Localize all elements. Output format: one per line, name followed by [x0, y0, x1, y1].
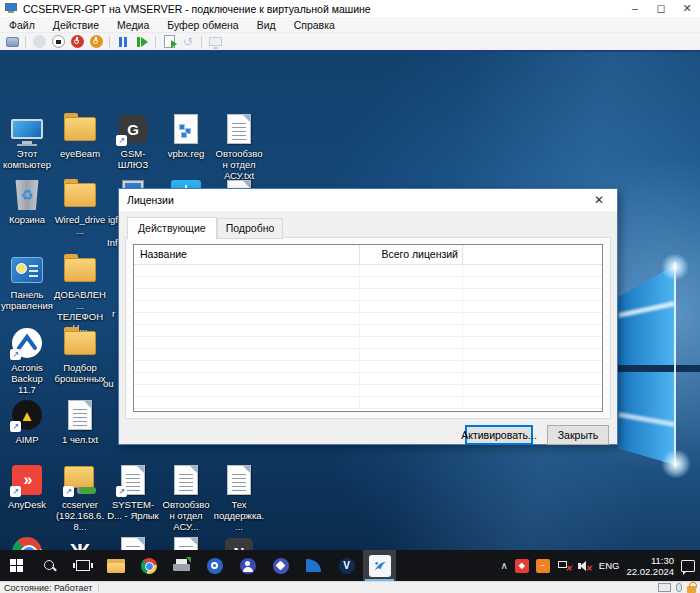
icon-autodial-asu-3-glyph: [168, 535, 204, 550]
table-row[interactable]: [134, 325, 602, 337]
icon-test-txt[interactable]: TEST.txt: [107, 535, 159, 550]
taskbar-explorer-button[interactable]: [99, 550, 132, 581]
dialog-body: ДействующиеПодробно Название Всего лицен…: [119, 211, 617, 444]
icon-autodial-asu-2[interactable]: Овтообзвон отдел АСУ...: [160, 463, 212, 532]
table-row[interactable]: [134, 373, 602, 385]
icon-aimp-glyph: ▲↗: [9, 398, 45, 432]
shut-down-vm-button[interactable]: [69, 35, 85, 49]
icon-anydesk-glyph: »↗: [9, 463, 45, 497]
language-indicator[interactable]: ENG: [599, 560, 620, 571]
dialog-title: Лицензии: [127, 194, 174, 206]
taskbar-search-button[interactable]: [33, 550, 66, 581]
taskbar-shark-fin-app-icon: [306, 559, 321, 572]
taskbar-chrome-button[interactable]: [132, 550, 165, 581]
icon-recycle-bin[interactable]: ♻Корзина: [1, 178, 53, 225]
table-row[interactable]: [134, 349, 602, 361]
taskbar-start-button[interactable]: [0, 550, 33, 581]
icon-gsm-gateway[interactable]: G↗GSM-ШЛЮЗ: [107, 112, 159, 170]
window-titlebar: CCSERVER-GPT на VMSERVER - подключение к…: [0, 0, 700, 17]
icon-aimp[interactable]: ▲↗AIMP: [1, 398, 53, 445]
minimize-button[interactable]: –: [622, 0, 648, 17]
icon-eyebeam-app[interactable]: Ж↗eyeBeam: [54, 535, 106, 550]
callcenter-tray-icon[interactable]: ~: [536, 559, 550, 573]
taskbar-contacts-app-button[interactable]: [231, 550, 264, 581]
icon-autodial-asu-2-glyph: [168, 463, 204, 497]
maximize-button[interactable]: ◻: [648, 0, 674, 17]
table-row[interactable]: [134, 337, 602, 349]
taskbar-clock[interactable]: 11:30 22.02.2024: [626, 555, 674, 577]
icon-control-panel[interactable]: Панель управления: [1, 253, 53, 311]
wallpaper-logo-divider: [618, 365, 700, 372]
table-header-name[interactable]: Название: [134, 245, 360, 264]
taskbar-tag-app-button[interactable]: [264, 550, 297, 581]
network-disconnected-icon[interactable]: ✕: [557, 560, 571, 572]
table-row[interactable]: [134, 277, 602, 289]
dialog-close-icon[interactable]: ✕: [589, 190, 609, 210]
volume-muted-icon[interactable]: ✕: [578, 560, 592, 572]
start-vm-button-icon: [33, 35, 46, 48]
menu-clipboard[interactable]: Буфер обмена: [158, 17, 247, 32]
table-row[interactable]: [134, 301, 602, 313]
tab-active-licenses[interactable]: Действующие: [127, 217, 217, 240]
table-row[interactable]: [134, 265, 602, 277]
icon-acronis-backup[interactable]: ↗Acronis Backup 11.7: [1, 326, 53, 395]
taskbar-task-view-icon: [76, 560, 90, 571]
table-header-empty[interactable]: [463, 245, 602, 264]
icon-podbor-broshennyh-folder[interactable]: Подбор брошенных: [54, 326, 106, 384]
icon-system-d-shortcut[interactable]: ↗SYSTEM-D... - Ярлык: [107, 463, 159, 521]
icon-autodial-asu-3[interactable]: Овтообзвон отдел АСУ...: [160, 535, 212, 550]
resume-vm-button[interactable]: [134, 35, 150, 49]
table-row[interactable]: [134, 313, 602, 325]
taskbar: V ∧ ◆ ~ ✕ ✕ ENG 11:30 22.02.2024: [0, 550, 700, 581]
activate-button[interactable]: Активировать...: [465, 425, 533, 445]
icon-eyebeam-folder[interactable]: eyeBeam: [54, 112, 106, 159]
taskbar-task-view-button[interactable]: [66, 550, 99, 581]
icon-google-chrome[interactable]: ↗Google Chrome: [1, 535, 53, 550]
taskbar-fax-app-button[interactable]: [165, 550, 198, 581]
checkpoint-button[interactable]: [161, 35, 177, 49]
action-center-icon[interactable]: [681, 560, 695, 572]
menu-help[interactable]: Справка: [285, 17, 344, 32]
table-row[interactable]: [134, 397, 602, 409]
ctrl-alt-del-button[interactable]: [4, 35, 20, 49]
dialog-titlebar[interactable]: Лицензии ✕: [119, 189, 617, 211]
menu-view[interactable]: Вид: [248, 17, 285, 32]
icon-vpbx-reg-glyph: [168, 112, 204, 146]
icon-tech-support[interactable]: Тех поддержка....: [213, 463, 265, 532]
icon-this-pc[interactable]: Этот компьютер: [1, 112, 53, 170]
taskbar-licenses-app-icon: [369, 555, 391, 577]
tab-details[interactable]: Подробно: [217, 218, 284, 239]
shortcut-arrow-icon: ↗: [116, 135, 127, 146]
taskbar-shark-fin-app-button[interactable]: [297, 550, 330, 581]
icon-autodial-asu-txt[interactable]: Овтообзвон отдел АСУ.txt: [213, 112, 265, 181]
taskbar-blue-ring-app-button[interactable]: [198, 550, 231, 581]
menu-media[interactable]: Медиа: [108, 17, 158, 32]
tray-chevron-up-icon[interactable]: ∧: [501, 560, 508, 571]
icon-shlyuz-provodn[interactable]: N↗ШЛЮЗ ПРОВОДН...: [213, 535, 265, 550]
reset-vm-button[interactable]: [88, 35, 104, 49]
table-row[interactable]: [134, 361, 602, 373]
icon-vpbx-reg[interactable]: vpbx.reg: [160, 112, 212, 159]
icon-system-d-shortcut-label: SYSTEM-D... - Ярлык: [107, 499, 159, 521]
icon-dobavlen-telefon-folder[interactable]: ДОБАВЛЕН... ТЕЛЕФОНН...: [54, 253, 106, 333]
licenses-table[interactable]: Название Всего лицензий: [133, 244, 603, 412]
icon-1-chel-txt[interactable]: 1 чел.txt: [54, 398, 106, 445]
menu-file[interactable]: Файл: [0, 17, 44, 32]
icon-test-txt-glyph: [115, 535, 151, 550]
pause-vm-button[interactable]: [115, 35, 131, 49]
shortcut-arrow-icon: ↗: [10, 349, 21, 360]
menu-action[interactable]: Действие: [44, 17, 108, 32]
table-header-total-licenses[interactable]: Всего лицензий: [360, 245, 463, 264]
table-row[interactable]: [134, 289, 602, 301]
taskbar-licenses-app-button[interactable]: [363, 550, 396, 581]
icon-control-panel-glyph: [9, 253, 45, 287]
icon-wired-drive-folder[interactable]: Wired_drive...: [54, 178, 106, 236]
taskbar-acronis-tray-app-button[interactable]: V: [330, 550, 363, 581]
table-row[interactable]: [134, 385, 602, 397]
icon-ccserver-share[interactable]: ↗ccserver (192.168.6.8...: [54, 463, 106, 532]
icon-anydesk[interactable]: »↗AnyDesk: [1, 463, 53, 510]
anydesk-tray-icon[interactable]: ◆: [515, 559, 529, 573]
close-button[interactable]: ✕: [674, 0, 700, 17]
close-dialog-button[interactable]: Закрыть: [547, 425, 609, 445]
turn-off-vm-button[interactable]: [50, 35, 66, 49]
